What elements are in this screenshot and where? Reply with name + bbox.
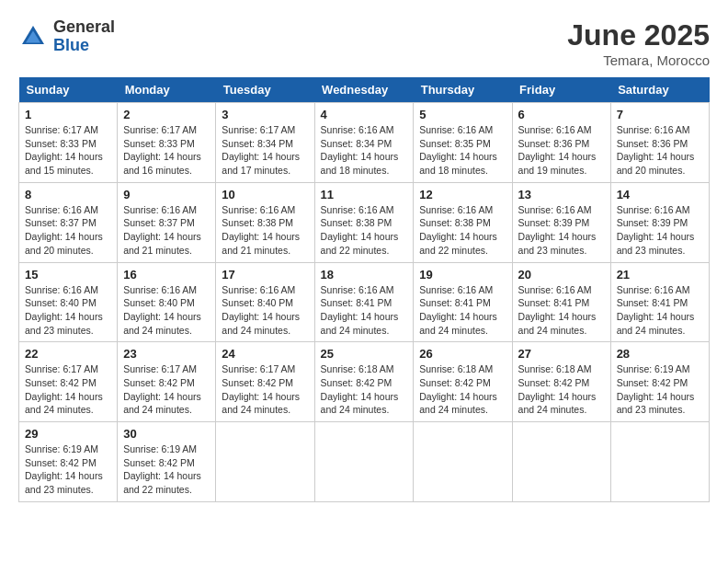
calendar-cell: 27Sunrise: 6:18 AMSunset: 8:42 PMDayligh…	[512, 342, 610, 422]
day-info: Sunrise: 6:17 AMSunset: 8:33 PMDaylight:…	[25, 123, 111, 178]
calendar-cell: 12Sunrise: 6:16 AMSunset: 8:38 PMDayligh…	[414, 182, 512, 262]
calendar-cell: 4Sunrise: 6:16 AMSunset: 8:34 PMDaylight…	[314, 103, 414, 183]
header-sunday: Sunday	[19, 77, 118, 103]
day-number: 15	[25, 268, 111, 282]
day-info: Sunrise: 6:16 AMSunset: 8:41 PMDaylight:…	[321, 283, 408, 338]
sunrise-text: Sunrise: 6:16 AM	[25, 204, 98, 215]
daylight-text: Daylight: 14 hours and 16 minutes.	[123, 151, 201, 176]
calendar-cell: 22Sunrise: 6:17 AMSunset: 8:42 PMDayligh…	[19, 342, 118, 422]
sunrise-text: Sunrise: 6:18 AM	[419, 363, 493, 374]
daylight-text: Daylight: 14 hours and 24 minutes.	[123, 391, 201, 416]
sunset-text: Sunset: 8:38 PM	[419, 217, 491, 228]
sunrise-text: Sunrise: 6:16 AM	[321, 124, 394, 135]
sunrise-text: Sunrise: 6:17 AM	[25, 124, 98, 135]
calendar-cell	[610, 422, 709, 502]
calendar-week-row: 8Sunrise: 6:16 AMSunset: 8:37 PMDaylight…	[19, 182, 710, 262]
day-number: 25	[321, 347, 408, 361]
day-info: Sunrise: 6:16 AMSunset: 8:38 PMDaylight:…	[321, 203, 408, 258]
sunrise-text: Sunrise: 6:17 AM	[123, 363, 197, 374]
logo-text: General Blue	[53, 18, 115, 55]
sunset-text: Sunset: 8:34 PM	[321, 138, 392, 149]
sunset-text: Sunset: 8:38 PM	[222, 217, 293, 228]
day-info: Sunrise: 6:16 AMSunset: 8:41 PMDaylight:…	[419, 283, 506, 338]
calendar-cell: 3Sunrise: 6:17 AMSunset: 8:34 PMDaylight…	[216, 103, 314, 183]
daylight-text: Daylight: 14 hours and 19 minutes.	[518, 151, 597, 176]
day-number: 8	[25, 188, 111, 201]
day-info: Sunrise: 6:16 AMSunset: 8:41 PMDaylight:…	[617, 283, 703, 338]
day-number: 5	[419, 108, 506, 121]
sunset-text: Sunset: 8:33 PM	[25, 138, 97, 149]
day-number: 11	[321, 188, 408, 201]
day-info: Sunrise: 6:16 AMSunset: 8:41 PMDaylight:…	[518, 283, 605, 338]
daylight-text: Daylight: 14 hours and 24 minutes.	[617, 311, 695, 336]
sunset-text: Sunset: 8:36 PM	[518, 138, 590, 149]
day-info: Sunrise: 6:16 AMSunset: 8:38 PMDaylight:…	[222, 203, 308, 258]
calendar-cell: 29Sunrise: 6:19 AMSunset: 8:42 PMDayligh…	[19, 422, 118, 502]
sunrise-text: Sunrise: 6:16 AM	[123, 204, 197, 215]
daylight-text: Daylight: 14 hours and 22 minutes.	[321, 231, 399, 256]
location: Temara, Morocco	[567, 52, 710, 68]
day-number: 10	[222, 188, 308, 201]
daylight-text: Daylight: 14 hours and 23 minutes.	[25, 470, 103, 495]
day-info: Sunrise: 6:18 AMSunset: 8:42 PMDaylight:…	[321, 362, 408, 417]
sunrise-text: Sunrise: 6:16 AM	[617, 124, 690, 135]
sunset-text: Sunset: 8:42 PM	[321, 377, 392, 388]
day-info: Sunrise: 6:17 AMSunset: 8:33 PMDaylight:…	[123, 123, 210, 178]
logo-general: General	[53, 18, 115, 37]
sunset-text: Sunset: 8:39 PM	[518, 217, 590, 228]
daylight-text: Daylight: 14 hours and 22 minutes.	[123, 470, 201, 495]
day-number: 7	[617, 108, 703, 121]
header-wednesday: Wednesday	[314, 77, 414, 103]
sunset-text: Sunset: 8:42 PM	[25, 457, 97, 468]
calendar-cell: 10Sunrise: 6:16 AMSunset: 8:38 PMDayligh…	[216, 182, 314, 262]
daylight-text: Daylight: 14 hours and 15 minutes.	[25, 151, 103, 176]
day-number: 2	[123, 108, 210, 121]
daylight-text: Daylight: 14 hours and 18 minutes.	[419, 151, 497, 176]
day-number: 26	[419, 347, 506, 361]
daylight-text: Daylight: 14 hours and 24 minutes.	[321, 311, 399, 336]
calendar-cell: 1Sunrise: 6:17 AMSunset: 8:33 PMDaylight…	[19, 103, 118, 183]
calendar-cell: 8Sunrise: 6:16 AMSunset: 8:37 PMDaylight…	[19, 182, 118, 262]
daylight-text: Daylight: 14 hours and 22 minutes.	[419, 231, 497, 256]
day-number: 21	[617, 268, 703, 282]
day-info: Sunrise: 6:16 AMSunset: 8:36 PMDaylight:…	[518, 123, 605, 178]
sunrise-text: Sunrise: 6:16 AM	[419, 204, 493, 215]
sunset-text: Sunset: 8:34 PM	[222, 138, 293, 149]
daylight-text: Daylight: 14 hours and 23 minutes.	[25, 311, 103, 336]
sunset-text: Sunset: 8:42 PM	[222, 377, 293, 388]
page-header: General Blue June 2025 Temara, Morocco	[18, 18, 710, 68]
logo-icon	[18, 22, 48, 52]
day-number: 18	[321, 268, 408, 282]
calendar-cell: 26Sunrise: 6:18 AMSunset: 8:42 PMDayligh…	[414, 342, 512, 422]
calendar-cell	[512, 422, 610, 502]
day-number: 28	[617, 347, 703, 361]
daylight-text: Daylight: 14 hours and 24 minutes.	[419, 311, 497, 336]
day-info: Sunrise: 6:16 AMSunset: 8:40 PMDaylight:…	[123, 283, 210, 338]
day-number: 6	[518, 108, 605, 121]
daylight-text: Daylight: 14 hours and 20 minutes.	[617, 151, 695, 176]
calendar-cell: 9Sunrise: 6:16 AMSunset: 8:37 PMDaylight…	[118, 182, 216, 262]
month-title: June 2025	[567, 18, 710, 52]
calendar-cell: 25Sunrise: 6:18 AMSunset: 8:42 PMDayligh…	[314, 342, 414, 422]
header-thursday: Thursday	[414, 77, 512, 103]
sunrise-text: Sunrise: 6:16 AM	[617, 204, 690, 215]
sunset-text: Sunset: 8:42 PM	[518, 377, 590, 388]
daylight-text: Daylight: 14 hours and 24 minutes.	[222, 391, 300, 416]
calendar-cell	[216, 422, 314, 502]
calendar-cell: 28Sunrise: 6:19 AMSunset: 8:42 PMDayligh…	[610, 342, 709, 422]
sunset-text: Sunset: 8:37 PM	[25, 217, 97, 228]
daylight-text: Daylight: 14 hours and 24 minutes.	[321, 391, 399, 416]
calendar-cell: 18Sunrise: 6:16 AMSunset: 8:41 PMDayligh…	[314, 262, 414, 342]
calendar-cell: 19Sunrise: 6:16 AMSunset: 8:41 PMDayligh…	[414, 262, 512, 342]
daylight-text: Daylight: 14 hours and 17 minutes.	[222, 151, 300, 176]
sunrise-text: Sunrise: 6:17 AM	[25, 363, 98, 374]
sunrise-text: Sunrise: 6:16 AM	[419, 124, 493, 135]
sunset-text: Sunset: 8:42 PM	[123, 377, 195, 388]
day-number: 4	[321, 108, 408, 121]
day-number: 9	[123, 188, 210, 201]
sunset-text: Sunset: 8:42 PM	[617, 377, 688, 388]
calendar-cell: 14Sunrise: 6:16 AMSunset: 8:39 PMDayligh…	[610, 182, 709, 262]
logo: General Blue	[18, 18, 115, 55]
title-block: June 2025 Temara, Morocco	[567, 18, 710, 68]
day-info: Sunrise: 6:16 AMSunset: 8:35 PMDaylight:…	[419, 123, 506, 178]
